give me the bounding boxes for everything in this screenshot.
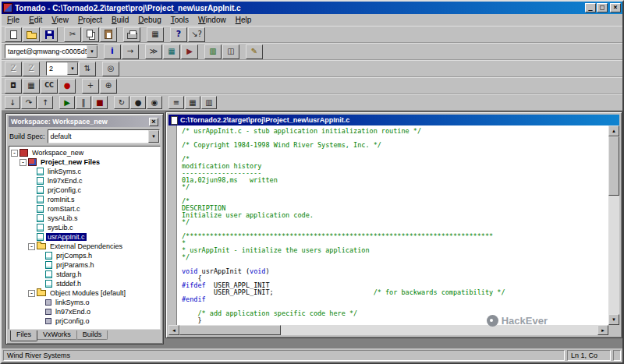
stop-button[interactable]: ■ bbox=[92, 96, 108, 109]
toolbar-row-4: ◘▦CC●+⊕ bbox=[2, 77, 622, 94]
registers-button[interactable]: ▥ bbox=[201, 96, 217, 109]
tree-item-workspace-new[interactable]: -Workspace_new bbox=[9, 148, 160, 157]
scroll-up-icon[interactable]: ▲ bbox=[608, 125, 619, 136]
menu-help[interactable]: Help bbox=[231, 15, 257, 25]
workspace-title-bar[interactable]: Workspace: Workspace_new × bbox=[9, 116, 161, 127]
memory-button[interactable]: ▦ bbox=[185, 96, 200, 109]
paste-button[interactable] bbox=[100, 27, 117, 42]
tree-item-prjconfig-c[interactable]: prjConfig.c bbox=[9, 186, 160, 195]
open-file-button[interactable] bbox=[23, 27, 40, 42]
step-into-button[interactable]: ↓ bbox=[5, 96, 20, 109]
tree-item-object-modules-default[interactable]: -Object Modules [default] bbox=[9, 288, 160, 298]
context-help-button[interactable]: ↘? bbox=[188, 27, 205, 42]
pause-button[interactable]: ‖ bbox=[76, 96, 91, 109]
menu-window[interactable]: Window bbox=[193, 15, 231, 25]
breakpoint-button[interactable]: ● bbox=[130, 96, 146, 109]
find-symbol-button[interactable]: ◎ bbox=[102, 62, 119, 76]
workspace-toggle-button[interactable]: ▦ bbox=[147, 27, 164, 42]
chevron-down-icon[interactable]: ▼ bbox=[87, 45, 98, 58]
tree-item-stddef-h[interactable]: stddef.h bbox=[9, 279, 160, 288]
help-button[interactable]: ? bbox=[170, 27, 187, 42]
record-button[interactable]: ● bbox=[58, 79, 76, 94]
history-selector[interactable]: 2▼ bbox=[46, 62, 79, 76]
tree-item-linksyms-o[interactable]: linkSyms.o bbox=[9, 298, 160, 307]
collapse-toggle-icon[interactable]: - bbox=[28, 290, 35, 297]
build-spec-combo[interactable]: default ▼ bbox=[48, 129, 160, 143]
tree-item-romstart-c[interactable]: romStart.c bbox=[9, 204, 160, 214]
tree-item-syslib-c[interactable]: sysLib.c bbox=[9, 223, 160, 232]
tree-item-prjcomps-h[interactable]: prjComps.h bbox=[9, 251, 160, 260]
save-button[interactable] bbox=[41, 27, 58, 42]
step-out-button[interactable]: ↑ bbox=[37, 96, 53, 109]
new-file-button[interactable] bbox=[5, 27, 22, 42]
menu-edit[interactable]: Edit bbox=[24, 15, 47, 25]
configure-button[interactable]: ⊕ bbox=[100, 79, 117, 94]
chevron-down-icon[interactable]: ▼ bbox=[67, 62, 78, 75]
scroll-right-icon[interactable]: ► bbox=[597, 325, 608, 335]
tab-vxworks[interactable]: VxWorks bbox=[37, 330, 77, 340]
chevron-down-icon[interactable]: ▼ bbox=[148, 130, 159, 143]
cut-button[interactable]: ✂ bbox=[64, 27, 81, 42]
code-coverage-button[interactable]: CC bbox=[41, 79, 58, 94]
watch-button[interactable]: ◉ bbox=[147, 96, 162, 109]
redo-button[interactable]: Z bbox=[23, 62, 40, 76]
code-area[interactable]: /* usrAppInit.c - stub application initi… bbox=[177, 125, 608, 325]
navigate-stack-button[interactable]: ⇅ bbox=[79, 62, 96, 76]
target-lock-button[interactable]: ◘ bbox=[5, 79, 22, 94]
tab-builds[interactable]: Builds bbox=[76, 330, 108, 340]
close-button[interactable]: × bbox=[610, 3, 621, 12]
browser-button[interactable]: ▦ bbox=[163, 44, 180, 59]
menu-project[interactable]: Project bbox=[73, 15, 107, 25]
run-button[interactable]: ▶ bbox=[59, 96, 75, 109]
editor-button[interactable]: ✎ bbox=[246, 44, 263, 59]
menu-file[interactable]: File bbox=[2, 15, 24, 25]
scroll-left-icon[interactable]: ◄ bbox=[168, 325, 179, 335]
horizontal-scrollbar-thumb[interactable] bbox=[179, 325, 281, 335]
tree-item-external-dependencies[interactable]: -External Dependencies bbox=[9, 242, 160, 251]
editor-title-bar[interactable]: C:\Tornado2.2\target\proj\Project_new\us… bbox=[168, 115, 619, 125]
maximize-button[interactable]: □ bbox=[597, 3, 608, 12]
tree-item-prjparams-h[interactable]: prjParams.h bbox=[9, 260, 160, 270]
attach-target-button[interactable]: → bbox=[122, 44, 139, 59]
workspace-close-button[interactable]: × bbox=[149, 118, 158, 126]
tree-item-usrappinit-c[interactable]: usrAppInit.c bbox=[9, 232, 160, 242]
horizontal-scrollbar[interactable]: ◄ ► bbox=[168, 325, 619, 335]
step-over-button[interactable]: ↷ bbox=[21, 96, 37, 109]
vertical-scrollbar-track[interactable] bbox=[608, 196, 619, 314]
stack-button[interactable]: ≡ bbox=[168, 96, 184, 109]
memory-view-button[interactable]: ▦ bbox=[23, 79, 40, 94]
tree-item-sysalib-s[interactable]: sysALib.s bbox=[9, 214, 160, 223]
collapse-toggle-icon[interactable]: - bbox=[20, 159, 27, 166]
vertical-scrollbar[interactable]: ▲ ▼ bbox=[608, 125, 619, 325]
restart-button[interactable]: ↻ bbox=[114, 96, 129, 109]
undo-button[interactable]: Z bbox=[5, 62, 22, 76]
registry-button[interactable]: ◫ bbox=[222, 44, 239, 59]
target-selector[interactable]: target@qmwang-c0005d5▼ bbox=[5, 44, 98, 58]
horizontal-scrollbar-track[interactable] bbox=[281, 325, 597, 335]
target-info-button[interactable]: i bbox=[104, 44, 121, 59]
collapse-toggle-icon[interactable]: - bbox=[11, 150, 18, 157]
collapse-toggle-icon[interactable]: - bbox=[28, 243, 35, 250]
tree-item-rominit-s[interactable]: romInit.s bbox=[9, 195, 160, 204]
tree-item-project-new-files[interactable]: -Project_new Files bbox=[9, 157, 160, 167]
tree-item-stdarg-h[interactable]: stdarg.h bbox=[9, 270, 160, 279]
tree-item-linksyms-c[interactable]: linkSyms.c bbox=[9, 167, 160, 176]
add-watch-button[interactable]: + bbox=[82, 79, 99, 94]
breakpoint-gutter[interactable] bbox=[168, 125, 177, 325]
launch-shell-button[interactable]: ≫ bbox=[145, 44, 162, 59]
print-button[interactable] bbox=[123, 27, 140, 42]
menu-view[interactable]: View bbox=[47, 15, 73, 25]
tree-item-ln97xend-o[interactable]: ln97xEnd.o bbox=[9, 307, 160, 316]
menu-build[interactable]: Build bbox=[107, 15, 133, 25]
menu-tools[interactable]: Tools bbox=[166, 15, 193, 25]
copy-button[interactable] bbox=[82, 27, 99, 42]
scroll-down-icon[interactable]: ▼ bbox=[608, 314, 619, 325]
debugger-button[interactable]: ▶ bbox=[181, 44, 198, 59]
minimize-button[interactable]: _ bbox=[585, 3, 596, 12]
tree-item-ln97xend-c[interactable]: ln97xEnd.c bbox=[9, 176, 160, 186]
tab-files[interactable]: Files bbox=[10, 330, 37, 341]
tree-item-prjconfig-o[interactable]: prjConfig.o bbox=[9, 316, 160, 326]
windview-button[interactable]: ▥ bbox=[204, 44, 222, 59]
menu-debug[interactable]: Debug bbox=[133, 15, 165, 25]
vertical-scrollbar-thumb[interactable] bbox=[608, 136, 619, 196]
